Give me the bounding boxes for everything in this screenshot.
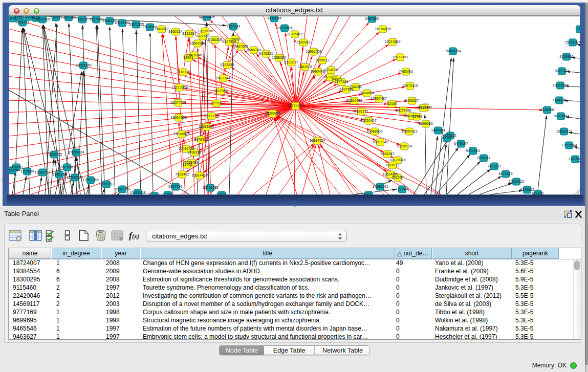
svg-text:9227342: 9227342 (555, 69, 569, 73)
svg-text:7386372: 7386372 (354, 110, 368, 113)
svg-text:15463: 15463 (230, 37, 240, 41)
svg-text:10973493: 10973493 (392, 55, 408, 59)
svg-text:1362615: 1362615 (298, 65, 312, 69)
svg-text:8186328: 8186328 (208, 38, 222, 41)
svg-text:9084067: 9084067 (380, 152, 394, 156)
svg-text:7955812: 7955812 (315, 58, 329, 62)
svg-text:12213369: 12213369 (171, 85, 187, 89)
svg-text:1733426: 1733426 (395, 187, 409, 191)
svg-text:20053346: 20053346 (75, 63, 91, 67)
svg-text:16543362: 16543362 (189, 41, 205, 45)
svg-text:19654923: 19654923 (170, 116, 186, 119)
svg-text:15716485: 15716485 (202, 186, 218, 189)
svg-text:8267130: 8267130 (204, 114, 218, 118)
svg-text:11353594: 11353594 (199, 125, 214, 128)
svg-text:(x): (x) (132, 233, 139, 240)
svg-text:19166829: 19166829 (173, 132, 189, 136)
svg-text:2087682: 2087682 (365, 17, 379, 20)
svg-text:19756928: 19756928 (396, 144, 412, 148)
svg-text:89074: 89074 (363, 193, 374, 195)
svg-text:717006: 717006 (210, 101, 222, 105)
svg-text:89342: 89342 (442, 136, 452, 140)
svg-text:6497568: 6497568 (339, 87, 353, 91)
svg-text:15720407: 15720407 (360, 119, 376, 122)
svg-text:9215958: 9215958 (540, 108, 554, 112)
svg-text:8960124: 8960124 (168, 30, 182, 33)
svg-text:11325419: 11325419 (287, 32, 303, 36)
svg-text:2803144: 2803144 (216, 76, 230, 80)
svg-text:13226058: 13226058 (197, 29, 213, 33)
svg-text:9146821: 9146821 (259, 52, 273, 55)
svg-text:97450: 97450 (149, 194, 160, 195)
svg-text:18434: 18434 (412, 115, 422, 118)
svg-text:2718176: 2718176 (176, 70, 190, 74)
svg-text:10688609: 10688609 (366, 129, 382, 133)
svg-text:1615112: 1615112 (386, 163, 400, 167)
svg-text:9777169: 9777169 (334, 80, 348, 83)
svg-text:252254: 252254 (391, 176, 403, 179)
svg-text:16782759: 16782759 (114, 187, 130, 191)
svg-text:18807249: 18807249 (372, 140, 388, 144)
svg-text:10923468: 10923468 (129, 191, 145, 194)
svg-text:2935114: 2935114 (477, 156, 491, 160)
svg-text:14136141: 14136141 (372, 185, 388, 188)
svg-text:11700: 11700 (183, 163, 192, 166)
svg-text:17359924: 17359924 (68, 150, 84, 154)
svg-text:15692971: 15692971 (556, 129, 572, 133)
svg-text:10975887: 10975887 (59, 165, 75, 169)
svg-text:7663822: 7663822 (155, 27, 168, 31)
svg-text:16961758: 16961758 (306, 50, 321, 53)
svg-text:9129966: 9129966 (559, 55, 573, 58)
svg-text:6479197: 6479197 (454, 142, 468, 145)
svg-text:7832621: 7832621 (487, 164, 501, 168)
svg-text:13958117: 13958117 (99, 182, 115, 186)
svg-text:12975115: 12975115 (402, 84, 418, 87)
svg-text:16210643: 16210643 (553, 114, 569, 118)
svg-text:7485063: 7485063 (399, 70, 412, 73)
svg-text:10671355: 10671355 (128, 23, 144, 26)
svg-text:18300295: 18300295 (265, 112, 280, 115)
svg-text:9327503: 9327503 (195, 34, 209, 38)
svg-text:10807487: 10807487 (371, 97, 386, 100)
svg-text:19654923: 19654923 (401, 129, 417, 133)
svg-text:6794028: 6794028 (324, 68, 338, 72)
svg-text:19384554: 19384554 (309, 139, 325, 142)
svg-text:20691406: 20691406 (34, 17, 50, 21)
svg-text:15751074: 15751074 (564, 40, 580, 44)
svg-text:1640954: 1640954 (431, 128, 445, 132)
svg-text:12942737: 12942737 (34, 170, 50, 174)
svg-text:16107553: 16107553 (170, 101, 186, 104)
svg-text:87964: 87964 (163, 193, 173, 195)
svg-text:2967608: 2967608 (234, 45, 248, 48)
svg-text:9474444: 9474444 (466, 149, 480, 152)
svg-text:19218506: 19218506 (276, 26, 292, 30)
svg-text:7357224: 7357224 (226, 25, 240, 28)
svg-text:8454749: 8454749 (247, 48, 260, 52)
svg-text:12505135: 12505135 (67, 176, 82, 179)
svg-text:7625402: 7625402 (175, 172, 189, 176)
svg-text:12093822: 12093822 (552, 83, 568, 87)
svg-text:4055721: 4055721 (15, 20, 29, 24)
svg-text:92450: 92450 (216, 193, 227, 195)
svg-text:8912954: 8912954 (182, 32, 196, 35)
svg-text:1167534: 1167534 (569, 157, 580, 161)
svg-text:20364436: 20364436 (346, 99, 362, 102)
svg-text:98901: 98901 (183, 56, 193, 59)
svg-text:9857791: 9857791 (168, 185, 182, 188)
svg-text:1527602: 1527602 (89, 17, 103, 21)
svg-text:16648764: 16648764 (445, 49, 461, 53)
svg-text:11124: 11124 (575, 27, 580, 31)
svg-text:16154838: 16154838 (375, 27, 390, 31)
svg-text:12213967: 12213967 (384, 40, 400, 43)
svg-text:18724007: 18724007 (288, 104, 303, 107)
svg-text:2340910: 2340910 (296, 40, 310, 44)
svg-text:17016504: 17016504 (561, 143, 577, 147)
svg-text:17957255: 17957255 (82, 178, 98, 182)
svg-text:1115689: 1115689 (20, 169, 34, 173)
svg-text:3624554: 3624554 (360, 91, 374, 95)
svg-text:16053809: 16053809 (199, 16, 214, 18)
svg-text:95144: 95144 (418, 106, 428, 110)
svg-text:15278: 15278 (77, 17, 88, 21)
svg-text:1244415: 1244415 (552, 98, 566, 102)
svg-text:3498222: 3498222 (187, 150, 201, 154)
